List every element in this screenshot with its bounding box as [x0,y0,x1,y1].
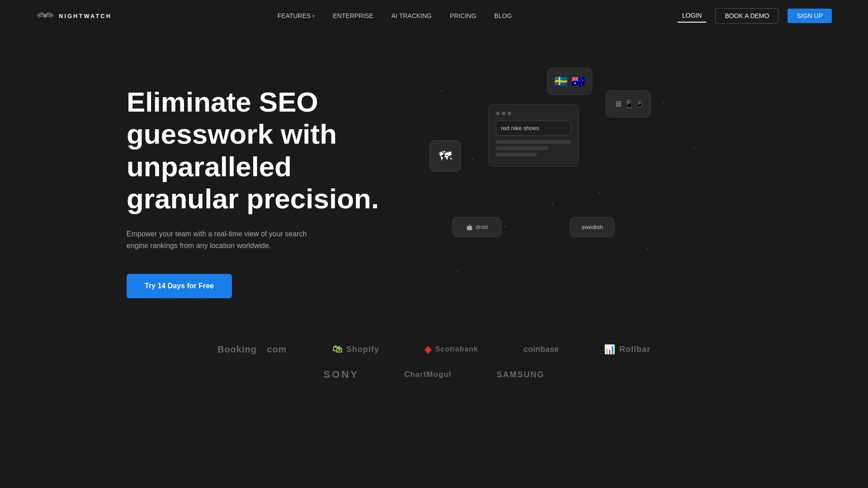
search-result-3 [496,153,537,156]
devices-card: 🖥 📱 📱 [606,90,651,117]
hero-left: Eliminate SEO guesswork with unparallele… [127,68,398,298]
scotiabank-icon: ◈ [425,344,432,355]
search-result-1 [496,140,571,144]
logo-rollbar: 📊 Rollbar [604,344,651,355]
maps-icon: 🗺 [439,149,452,164]
dot-particle [662,102,664,103]
android-card: 🤖 droid [452,217,502,237]
navbar: NIGHTWATCH FEATURES ▾ ENTERPRISE AI TRAC… [0,0,868,32]
android-label: droid [476,224,488,230]
dot-green [508,112,511,115]
flag-australia: 🇦🇺 [571,75,585,88]
logo-chartmogul: ChartMogul [404,370,451,379]
cta-button[interactable]: Try 14 Days for Free [127,274,232,298]
maps-card: 🗺 [429,140,461,172]
logo-samsung: SAMSUNG [496,370,544,380]
nav-enterprise[interactable]: ENTERPRISE [333,12,373,19]
mobile-icon: 📱 [636,100,643,108]
dot-particle [646,249,648,250]
dot-yellow [502,112,505,115]
logos-row-2: SONY ChartMogul SAMSUNG [90,369,778,380]
desktop-icon: 🖥 [614,99,622,109]
dot-particle [457,271,458,272]
tablet-icon: 📱 [624,99,634,109]
sign-up-button[interactable]: SIGN UP [788,9,832,23]
nav-ai-tracking[interactable]: AI TRACKING [392,12,432,19]
swedish-card: swedish [570,217,615,237]
dot-particle [441,90,442,92]
hero-visual: 🇸🇪 🇦🇺 🖥 📱 📱 🗺 red nike shoe [425,68,741,294]
book-demo-button[interactable]: BOOK A DEMO [715,8,778,23]
dot-field [425,68,741,294]
logo-text: NIGHTWATCH [59,13,112,19]
flag-sweden: 🇸🇪 [554,75,568,88]
search-mock-input: red nike shoes [496,121,571,136]
rollbar-icon: 📊 [604,344,616,355]
window-dots [496,112,571,115]
logo-shopify: 🛍 Shopify [332,343,379,355]
nav-features[interactable]: FEATURES ▾ [278,12,315,19]
logo-sony: SONY [324,369,359,380]
hero-subtitle: Empower your team with a real-time view … [127,228,307,251]
nav-blog[interactable]: BLOG [494,12,512,19]
shopify-icon: 🛍 [332,343,343,355]
logo-booking: Booking.com [217,344,287,355]
nav-links: FEATURES ▾ ENTERPRISE AI TRACKING PRICIN… [278,12,512,19]
dot-particle [552,203,553,205]
dot-particle [694,147,695,148]
swedish-label: swedish [582,224,603,230]
logos-row-1: Booking.com 🛍 Shopify ◈ Scotiabank coinb… [90,343,778,355]
hero-section: Eliminate SEO guesswork with unparallele… [0,32,868,325]
search-result-2 [496,146,548,150]
dot-red [496,112,500,115]
hero-title: Eliminate SEO guesswork with unparallele… [127,86,398,215]
search-card: red nike shoes [488,104,579,167]
nav-pricing[interactable]: PRICING [450,12,476,19]
flags-card: 🇸🇪 🇦🇺 [547,68,592,95]
dot-particle [599,192,600,193]
logo-coinbase: coinbase [524,345,559,354]
logo-scotiabank: ◈ Scotiabank [425,344,478,355]
dot-particle [504,226,505,227]
nav-actions: LOGIN BOOK A DEMO SIGN UP [678,8,832,23]
logos-section: Booking.com 🛍 Shopify ◈ Scotiabank coinb… [0,325,868,399]
chevron-down-icon: ▾ [312,14,315,19]
login-button[interactable]: LOGIN [678,9,707,23]
logo-icon [36,10,54,21]
logo[interactable]: NIGHTWATCH [36,10,112,21]
dot-particle [472,158,474,160]
android-icon: 🤖 [466,224,473,230]
